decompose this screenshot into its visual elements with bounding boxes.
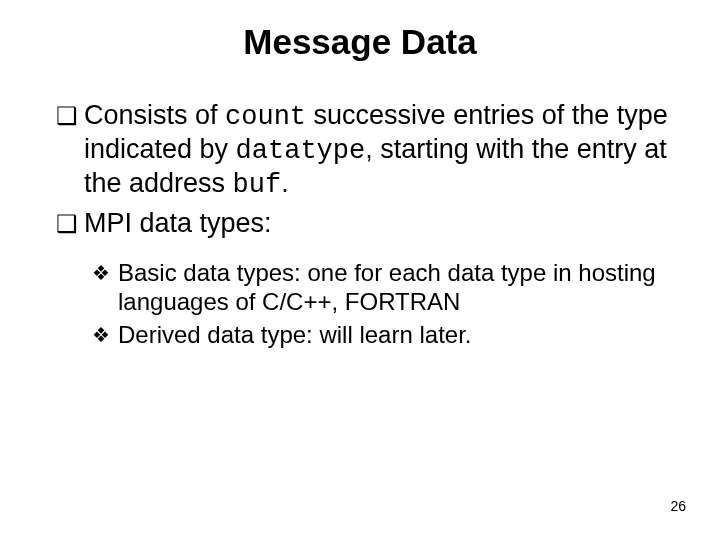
- sub-bullet-group: Basic data types: one for each data type…: [58, 259, 670, 349]
- code-datatype: datatype: [236, 136, 366, 166]
- sub-bullet-derived: Derived data type: will learn later.: [92, 321, 670, 350]
- slide: Message Data Consists of count successiv…: [0, 0, 720, 540]
- text-segment: Derived data type: will learn later.: [118, 321, 472, 348]
- text-segment: .: [281, 168, 289, 198]
- text-segment: Consists of: [84, 100, 225, 130]
- bullet-consists: Consists of count successive entries of …: [58, 100, 670, 202]
- text-segment: Basic data types: one for each data type…: [118, 259, 656, 315]
- slide-body: Consists of count successive entries of …: [58, 100, 670, 354]
- sub-bullet-basic: Basic data types: one for each data type…: [92, 259, 670, 317]
- code-count: count: [225, 102, 306, 132]
- text-segment: MPI data types:: [84, 208, 272, 238]
- page-number: 26: [670, 498, 686, 514]
- code-buf: buf: [233, 170, 282, 200]
- slide-title: Message Data: [0, 22, 720, 62]
- bullet-mpi-types: MPI data types:: [58, 208, 670, 240]
